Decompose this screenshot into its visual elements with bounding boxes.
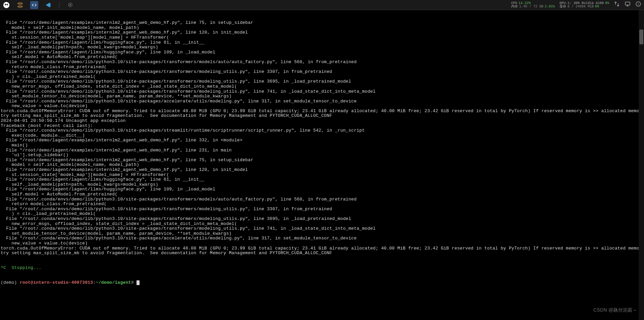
- toolbar-left: [3, 1, 74, 9]
- svg-point-4: [18, 6, 22, 7]
- svg-rect-6: [625, 2, 630, 5]
- terminal-line: Traceback (most recent call last):: [1, 124, 643, 129]
- terminal-line: ) = cls._load_pretrained_model(: [1, 212, 643, 217]
- toolbar-right: CPU 13.22% 内存 1.45 / 72 GB 2.01% GPU-1: …: [511, 1, 641, 9]
- terminal-line: File "/root/.conda/envs/demo/lib/python3…: [1, 207, 643, 212]
- terminal-line: model = self.init_model(model_name, mode…: [1, 26, 643, 31]
- gpu-stats: GPU-1: 30% Nvidia A100 0% 显存 0 / 24566 M…: [559, 2, 609, 8]
- terminal-line: set_module_tensor_to_device(model, param…: [1, 94, 643, 99]
- shell-prompt[interactable]: (demo) root@intern-studio-40073013:~/dem…: [1, 280, 643, 285]
- terminal-line: File "/root/demo/lagent/lagent/llms/hugg…: [1, 177, 643, 182]
- terminal-line: File "/root/demo/lagent/examples/internl…: [1, 168, 643, 173]
- vram-pct: 0%: [595, 5, 599, 8]
- terminal-line: File "/root/.conda/envs/demo/lib/python3…: [1, 128, 643, 133]
- terminal-line: File "/root/.conda/envs/demo/lib/python3…: [1, 226, 643, 231]
- terminal-line: 'ui'].setup_sidebar(): [1, 153, 643, 158]
- terminal-line: 2024-04-01 20:50:50.174 Uncaught app exc…: [1, 119, 643, 124]
- terminal-line: File "/root/.conda/envs/demo/lib/python3…: [1, 217, 643, 222]
- app-logo-icon[interactable]: [3, 1, 10, 9]
- terminal-line: File "/root/demo/lagent/examples/internl…: [1, 138, 643, 143]
- jupyter-icon[interactable]: [16, 1, 24, 9]
- svg-point-0: [3, 2, 9, 8]
- terminal-scrollbar[interactable]: [639, 10, 644, 320]
- terminal-line: File "/root/demo/lagent/lagent/llms/hugg…: [1, 40, 643, 45]
- terminal-line: model = self.init_model(model_name, mode…: [1, 163, 643, 168]
- terminal-line: File "/root/.conda/envs/demo/lib/python3…: [1, 197, 643, 202]
- prompt-user: root@intern-studio-40073013: [20, 280, 93, 285]
- terminal-line: main(): [1, 143, 643, 148]
- terminal-line: return model_class.from_pretrained(: [1, 202, 643, 207]
- prompt-colon: :: [93, 280, 96, 285]
- svg-point-3: [18, 3, 22, 4]
- terminal-line: File "/root/demo/lagent/examples/internl…: [1, 20, 643, 26]
- gpu-pct: 0%: [605, 2, 609, 5]
- monitor-icon[interactable]: [625, 1, 631, 9]
- terminal-line: File "/root/demo/lagent/lagent/llms/hugg…: [1, 187, 643, 192]
- terminal-line: File "/root/.conda/envs/demo/lib/python3…: [1, 60, 643, 65]
- vscode-icon[interactable]: [44, 1, 52, 9]
- terminal-line: new_value = value.to(device): [1, 241, 643, 246]
- terminal-line: File "/root/.conda/envs/demo/lib/python3…: [1, 236, 643, 241]
- terminal-line: try setting max_split_size_mb to avoid f…: [1, 113, 643, 119]
- vram-label: 显存: [559, 5, 566, 8]
- stopping-line: ^C Stopping...: [1, 265, 42, 270]
- terminal-line: try setting max_split_size_mb to avoid f…: [1, 251, 643, 256]
- terminal-line: File "/root/.conda/envs/demo/lib/python3…: [1, 89, 643, 94]
- watermark: CSDN @藕丝泥霸～: [593, 308, 637, 313]
- gpu-label: GPU-1: 30% Nvidia A100: [559, 2, 604, 5]
- terminal-line: File "/root/.conda/envs/demo/lib/python3…: [1, 70, 643, 75]
- terminal-line: self._load_model(path=path, model_kwargs…: [1, 45, 643, 50]
- terminal-line: exec(code, module.__dict__): [1, 133, 643, 138]
- terminal-line: File "/root/.conda/envs/demo/lib/python3…: [1, 79, 643, 84]
- cpu-memory-stats: CPU 13.22% 内存 1.45 / 72 GB 2.01%: [511, 2, 555, 8]
- prompt-path: ~/demo/lagent: [96, 280, 131, 285]
- terminal-line: self._load_model(path=path, model_kwargs…: [1, 182, 643, 187]
- info-icon[interactable]: [635, 1, 641, 9]
- terminal-line: self.model = AutoModel.from_pretrained(: [1, 55, 643, 60]
- terminal-line: torch.cuda.OutOfMemoryError: CUDA out of…: [1, 246, 643, 251]
- compass-icon[interactable]: [66, 1, 74, 9]
- terminal-line: new_value = value.to(device): [1, 104, 643, 109]
- code-icon[interactable]: [30, 1, 38, 9]
- terminal-line: File "/root/demo/lagent/lagent/llms/hugg…: [1, 50, 643, 55]
- terminal-line: File "/root/demo/lagent/examples/internl…: [1, 158, 643, 163]
- terminal-line: new_error_msgs, offload_index, state_dic…: [1, 222, 643, 227]
- prompt-hash: #: [131, 280, 137, 285]
- terminal-line: new_error_msgs, offload_index, state_dic…: [1, 84, 643, 89]
- terminal-output[interactable]: File "/root/demo/lagent/examples/internl…: [0, 10, 644, 320]
- cpu-value: 13.22%: [519, 2, 531, 5]
- terminal-line: File "/root/.conda/envs/demo/lib/python3…: [1, 99, 643, 104]
- mem-used: 1.45 / 72 GB: [519, 5, 543, 8]
- cpu-label: CPU: [511, 2, 517, 5]
- top-toolbar: CPU 13.22% 内存 1.45 / 72 GB 2.01% GPU-1: …: [0, 0, 644, 10]
- terminal-line: File "/root/demo/lagent/examples/internl…: [1, 148, 643, 153]
- terminal-line: ) = cls._load_pretrained_model(: [1, 75, 643, 80]
- terminal-line: st.session_state['model_map'][model_name…: [1, 173, 643, 178]
- terminal-line: st.session_state['model_map'][model_name…: [1, 35, 643, 40]
- transfer-icon[interactable]: [614, 1, 620, 9]
- vram-used: 0 / 24566 MiB: [568, 5, 594, 8]
- terminal-line: self.model = AutoModel.from_pretrained(: [1, 192, 643, 197]
- toolbar-separator: [59, 2, 59, 8]
- terminal-line: File "/root/demo/lagent/examples/internl…: [1, 30, 643, 35]
- terminal-line: return model_class.from_pretrained(: [1, 65, 643, 70]
- mem-label: 内存: [511, 5, 518, 8]
- mem-pct: 2.01%: [545, 5, 555, 8]
- terminal-line: torch.cuda.OutOfMemoryError: CUDA out of…: [1, 109, 643, 114]
- scrollbar-thumb[interactable]: [639, 30, 643, 44]
- terminal-line: set_module_tensor_to_device(model, param…: [1, 231, 643, 236]
- prompt-env: (demo): [1, 280, 20, 285]
- terminal-cursor: [137, 280, 140, 285]
